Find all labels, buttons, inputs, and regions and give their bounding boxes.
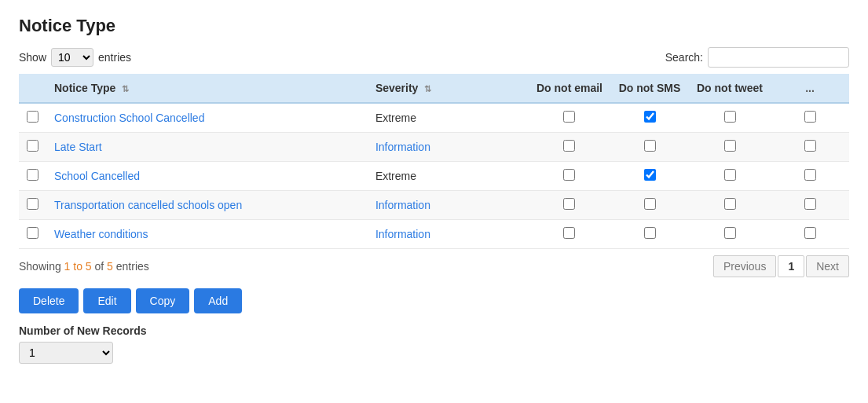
copy-button[interactable]: Copy xyxy=(136,288,190,313)
previous-button[interactable]: Previous xyxy=(713,255,776,277)
do-not-email-cell xyxy=(529,162,610,191)
notice-type-cell: Late Start xyxy=(46,133,368,162)
row-select-cell xyxy=(19,162,46,191)
do-not-sms-checkbox[interactable] xyxy=(644,169,656,181)
more-checkbox[interactable] xyxy=(804,227,816,239)
do-not-tweet-cell xyxy=(689,162,771,191)
row-checkbox[interactable] xyxy=(27,169,38,181)
do-not-email-cell xyxy=(529,191,610,220)
more-cell xyxy=(771,220,849,249)
pagination-buttons: Previous 1 Next xyxy=(713,255,849,277)
severity-cell: Information xyxy=(368,133,529,162)
header-do-not-tweet: Do not tweet xyxy=(689,74,771,103)
do-not-tweet-cell xyxy=(689,103,771,133)
do-not-sms-cell xyxy=(610,191,689,220)
severity-cell: Extreme xyxy=(368,162,529,191)
severity-cell: Extreme xyxy=(368,103,529,133)
do-not-sms-checkbox[interactable] xyxy=(644,140,656,152)
do-not-sms-checkbox[interactable] xyxy=(644,227,656,239)
delete-button[interactable]: Delete xyxy=(19,288,79,313)
row-select-cell xyxy=(19,220,46,249)
more-checkbox[interactable] xyxy=(804,111,816,123)
do-not-email-cell xyxy=(529,133,610,162)
do-not-email-checkbox[interactable] xyxy=(563,169,575,181)
do-not-tweet-checkbox[interactable] xyxy=(724,169,736,181)
sort-icon-severity[interactable]: ⇅ xyxy=(424,84,431,93)
notice-type-cell: Weather conditions xyxy=(46,220,368,249)
do-not-tweet-checkbox[interactable] xyxy=(724,111,736,123)
do-not-tweet-checkbox[interactable] xyxy=(724,140,736,152)
showing-total: 5 xyxy=(107,260,113,273)
do-not-tweet-cell xyxy=(689,220,771,249)
header-more: ... xyxy=(771,74,849,103)
do-not-email-checkbox[interactable] xyxy=(563,198,575,210)
new-records-label: Number of New Records xyxy=(19,324,849,337)
more-cell xyxy=(771,133,849,162)
action-buttons: Delete Edit Copy Add xyxy=(19,288,849,313)
new-records-section: Number of New Records 1 2 3 4 5 xyxy=(19,324,849,364)
severity-value: Information xyxy=(375,199,430,211)
notice-type-link[interactable]: Weather conditions xyxy=(54,228,148,240)
more-cell xyxy=(771,103,849,133)
page-number: 1 xyxy=(778,255,804,277)
notice-type-link[interactable]: Late Start xyxy=(54,141,102,153)
do-not-tweet-cell xyxy=(689,191,771,220)
table-row: Weather conditionsInformation xyxy=(19,220,849,249)
do-not-sms-checkbox[interactable] xyxy=(644,111,656,123)
row-checkbox[interactable] xyxy=(27,198,38,210)
more-cell xyxy=(771,191,849,220)
row-select-cell xyxy=(19,191,46,220)
entries-select[interactable]: 10 25 50 100 xyxy=(51,48,93,67)
notice-type-cell: School Cancelled xyxy=(46,162,368,191)
next-button[interactable]: Next xyxy=(806,255,849,277)
do-not-email-checkbox[interactable] xyxy=(563,140,575,152)
entries-label: entries xyxy=(98,51,131,64)
do-not-tweet-checkbox[interactable] xyxy=(724,227,736,239)
header-notice-type: Notice Type ⇅ xyxy=(46,74,368,103)
do-not-tweet-checkbox[interactable] xyxy=(724,198,736,210)
table-row: School CancelledExtreme xyxy=(19,162,849,191)
row-checkbox[interactable] xyxy=(27,227,38,239)
notice-type-link[interactable]: School Cancelled xyxy=(54,170,140,182)
more-cell xyxy=(771,162,849,191)
do-not-sms-cell xyxy=(610,220,689,249)
severity-value: Information xyxy=(375,228,430,240)
severity-value: Extreme xyxy=(375,170,416,182)
more-checkbox[interactable] xyxy=(804,169,816,181)
table-row: Construction School CancelledExtreme xyxy=(19,103,849,133)
top-bar: Show 10 25 50 100 entries Search: xyxy=(19,47,849,68)
header-checkbox-col xyxy=(19,74,46,103)
table-row: Late StartInformation xyxy=(19,133,849,162)
severity-cell: Information xyxy=(368,220,529,249)
page-title: Notice Type xyxy=(19,16,849,36)
pagination-area: Showing 1 to 5 of 5 entries Previous 1 N… xyxy=(19,255,849,277)
header-do-not-sms: Do not SMS xyxy=(610,74,689,103)
header-severity: Severity ⇅ xyxy=(368,74,529,103)
do-not-tweet-cell xyxy=(689,133,771,162)
row-select-cell xyxy=(19,103,46,133)
notice-type-link[interactable]: Construction School Cancelled xyxy=(54,112,204,124)
do-not-email-checkbox[interactable] xyxy=(563,227,575,239)
row-checkbox[interactable] xyxy=(27,111,38,123)
search-input[interactable] xyxy=(708,47,849,68)
table-row: Transportation cancelled schools openInf… xyxy=(19,191,849,220)
row-select-cell xyxy=(19,133,46,162)
do-not-sms-cell xyxy=(610,133,689,162)
sort-icon-notice-type[interactable]: ⇅ xyxy=(122,84,129,93)
add-button[interactable]: Add xyxy=(194,288,242,313)
notice-type-cell: Transportation cancelled schools open xyxy=(46,191,368,220)
notice-type-cell: Construction School Cancelled xyxy=(46,103,368,133)
header-do-not-email: Do not email xyxy=(529,74,610,103)
do-not-sms-cell xyxy=(610,162,689,191)
notice-type-link[interactable]: Transportation cancelled schools open xyxy=(54,199,242,211)
more-checkbox[interactable] xyxy=(804,140,816,152)
table-body: Construction School CancelledExtremeLate… xyxy=(19,103,849,249)
do-not-email-checkbox[interactable] xyxy=(563,111,575,123)
edit-button[interactable]: Edit xyxy=(83,288,130,313)
new-records-select[interactable]: 1 2 3 4 5 xyxy=(19,342,113,364)
more-checkbox[interactable] xyxy=(804,198,816,210)
row-checkbox[interactable] xyxy=(27,140,38,152)
showing-range: 1 to 5 xyxy=(64,260,92,273)
notice-type-table: Notice Type ⇅ Severity ⇅ Do not email Do… xyxy=(19,74,849,249)
do-not-sms-checkbox[interactable] xyxy=(644,198,656,210)
